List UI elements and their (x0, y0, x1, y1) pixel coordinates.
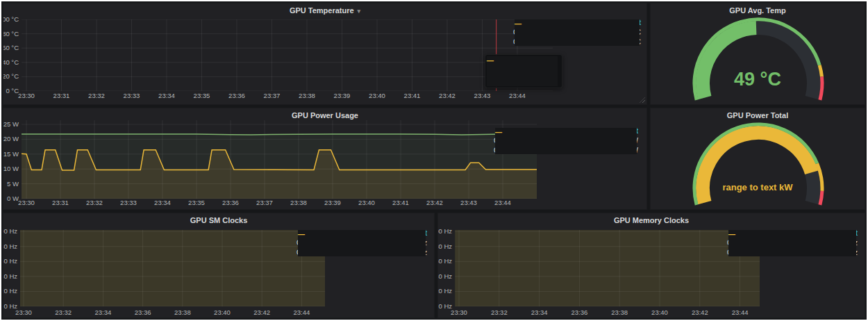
legend-series-label[interactable]: —GPU 1 (494, 146, 530, 156)
gpu-temperature-legend: maxavgcurrent—GPU 057 °C57 °C57 °C—GPU 1… (513, 18, 644, 47)
chart-tooltip: 2020-05-01 23:44:48—GPU 0:57 °C—GPU 1:41… (485, 54, 562, 88)
gpu-power-usage-legend: maxavgcurrent—GPU 021.86 W21.68 W21.77 W… (494, 126, 641, 156)
x-tick-label: 23:42 (426, 199, 443, 206)
x-tick-label: 23:30 (15, 308, 32, 316)
x-tick-label: 23:38 (290, 199, 307, 206)
x-tick-label: 23:35 (188, 199, 205, 206)
x-tick-label: 23:42 (253, 308, 270, 316)
x-tick-label: 23:30 (18, 199, 35, 206)
y-tick-label: 40 Hz (3, 272, 17, 280)
x-tick-label: 23:40 (214, 308, 231, 316)
dashboard-canvas: GPU Temperature▾ 23:3023:3123:3223:3323:… (1, 1, 867, 320)
tooltip-row: —GPU 1:41 °C (491, 76, 556, 85)
x-tick-label: 23:30 (18, 92, 35, 99)
x-tick-label: 23:30 (451, 308, 467, 316)
x-tick-label: 23:44 (294, 308, 310, 316)
series-color-dash-icon: — (728, 230, 856, 256)
x-tick-label: 23:39 (334, 92, 351, 99)
y-tick-label: 80 °C (3, 30, 19, 38)
x-tick-label: 23:44 (732, 308, 749, 316)
gauge-value-temp: 49 °C (651, 69, 865, 90)
y-tick-label: 0 W (7, 195, 19, 202)
x-tick-label: 23:34 (531, 308, 548, 316)
gpu-power-usage-chart[interactable]: 23:3023:3123:3223:3323:3423:3523:3623:37… (3, 108, 647, 210)
x-tick-label: 23:33 (124, 92, 140, 99)
x-tick-label: 23:36 (135, 308, 151, 316)
x-tick-label: 23:40 (369, 92, 385, 99)
x-tick-label: 23:34 (154, 199, 171, 206)
y-tick-label: 100 Hz (3, 227, 17, 235)
x-tick-label: 23:44 (509, 92, 526, 99)
x-tick-label: 23:42 (439, 92, 456, 99)
temp-plot-area (22, 19, 553, 91)
x-tick-label: 23:41 (404, 92, 421, 99)
x-tick-label: 23:32 (55, 308, 72, 316)
series-color-dash-icon: — (487, 56, 558, 86)
legend-series-label[interactable]: —GPU 1 (513, 38, 549, 47)
x-tick-label: 23:43 (474, 92, 491, 99)
x-tick-label: 23:36 (222, 199, 239, 206)
y-tick-label: 0 °C (6, 87, 19, 94)
legend-row-gpu-1: —GPU 116.44 W11.11 W9.79 W (494, 146, 641, 156)
series-color-dash-icon: — (298, 230, 426, 256)
x-tick-label: 23:41 (392, 199, 409, 206)
x-tick-label: 23:40 (651, 308, 668, 316)
x-tick-label: 23:44 (494, 199, 511, 206)
panel-gpu-power-usage: GPU Power Usage 23:3023:3123:3223:3323:3… (3, 108, 647, 210)
y-tick-label: 20 Hz (3, 287, 17, 295)
x-tick-label: 23:37 (256, 199, 273, 206)
x-tick-label: 23:34 (158, 92, 175, 99)
x-tick-label: 23:35 (194, 92, 210, 99)
x-tick-label: 23:37 (264, 92, 281, 99)
y-tick-label: 15 W (3, 150, 19, 158)
legend-series-label[interactable]: —GPU 1 (727, 248, 762, 258)
y-tick-label: 10 W (3, 165, 19, 172)
x-tick-label: 23:32 (491, 308, 508, 316)
panel-gpu-avg-temp: GPU Avg. Temp 49 °C (650, 3, 865, 105)
y-tick-label: 80 Hz (3, 242, 17, 250)
legend-row-gpu-1: —GPU 1139 Hz139 Hz139 Hz (297, 248, 430, 258)
gauge-power-arc (651, 108, 865, 210)
x-tick-label: 23:32 (86, 199, 103, 206)
gpu-memory-clocks-legend: maxavgcurrent—GPU 0405 Hz405 Hz405 Hz—GP… (727, 229, 860, 258)
x-tick-label: 23:36 (571, 308, 588, 316)
x-tick-label: 23:38 (611, 308, 628, 316)
y-tick-label: 20 Hz (438, 287, 452, 295)
panel-gpu-power-total: GPU Power Total range to text kW (650, 108, 865, 210)
x-tick-label: 23:38 (174, 308, 191, 316)
panel-gpu-memory-clocks: GPU Memory Clocks 23:3023:3223:3423:3623… (437, 213, 865, 318)
y-tick-label: 5 W (7, 180, 19, 188)
legend-series-label[interactable]: —GPU 1 (297, 248, 331, 258)
x-tick-label: 23:42 (692, 308, 708, 316)
x-tick-label: 23:31 (53, 92, 70, 99)
sm-plot-area (19, 213, 325, 306)
legend-row-gpu-1: —GPU 1405 Hz405 Hz405 Hz (727, 248, 860, 258)
y-tick-label: 0 Hz (438, 302, 452, 310)
y-tick-label: 40 Hz (438, 272, 452, 280)
x-tick-label: 23:34 (95, 308, 112, 316)
mem-plot-area (455, 213, 764, 306)
y-tick-label: 100 Hz (438, 227, 452, 235)
y-tick-label: 80 Hz (438, 242, 452, 250)
gauge-value-power: range to text kW (651, 182, 865, 192)
y-tick-label: 60 °C (3, 44, 19, 51)
y-tick-label: 60 Hz (3, 257, 17, 265)
y-tick-label: 100 °C (3, 15, 19, 23)
gpu-sm-clocks-legend: maxavgcurrent—GPU 0139 Hz139 Hz139 Hz—GP… (297, 229, 430, 258)
grafana-dashboard: GPU Temperature▾ 23:3023:3123:3223:3323:… (0, 0, 868, 321)
x-tick-label: 23:31 (52, 199, 69, 206)
series-color-dash-icon: — (495, 128, 637, 154)
power-plot-area (19, 120, 540, 199)
x-tick-label: 23:38 (299, 92, 315, 99)
series-color-dash-icon: — (515, 19, 640, 46)
panel-gpu-temperature: GPU Temperature▾ 23:3023:3123:3223:3323:… (3, 3, 647, 105)
panel-gpu-sm-clocks: GPU SM Clocks 23:3023:3223:3423:3623:382… (3, 213, 435, 318)
x-tick-label: 23:33 (120, 199, 137, 206)
x-tick-label: 23:36 (228, 92, 245, 99)
y-tick-label: 60 Hz (438, 257, 452, 265)
y-tick-label: 20 W (3, 135, 19, 142)
y-tick-label: 0 Hz (3, 302, 17, 310)
y-tick-label: 25 W (3, 120, 19, 128)
x-tick-label: 23:32 (88, 92, 105, 99)
legend-row-gpu-1: —GPU 141 °C41 °C41 °C (513, 38, 644, 47)
